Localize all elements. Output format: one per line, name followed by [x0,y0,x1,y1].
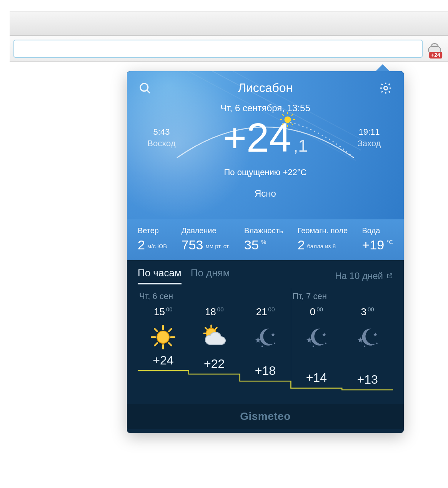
moon-icon [251,323,279,351]
forecast-cell: Чт, 6 сен1500+24 [138,291,189,404]
metrics-bar: Ветер 2м/с ЮВ Давление 753мм рт. ст. Вла… [127,219,404,260]
search-icon[interactable] [138,82,152,95]
sunset-time: 19:11 [346,126,392,138]
metric-humidity-unit: % [261,239,266,245]
sun-icon [149,323,177,351]
forecast-day-label: Пт, 7 сен [292,291,326,301]
forecast-hour: 2100 [256,306,275,318]
browser-toolbar: +24 [10,36,448,62]
svg-line-1 [147,90,150,93]
forecast-day-label: Чт, 6 сен [139,291,173,301]
forecast-cell: 300+13 [342,291,393,404]
metric-pressure-label: Давление [182,226,230,235]
moon-icon [354,323,381,351]
link-10-days[interactable]: На 10 дней [335,271,393,281]
sunrise-block: 5:43 Восход [138,126,185,149]
weather-extension-button[interactable]: +24 [426,39,445,58]
tab-hourly[interactable]: По часам [138,267,182,284]
forecast-cell: 2100+18 [240,291,291,404]
current-temperature: +24 ,1 [223,117,308,158]
metric-pressure: Давление 753мм рт. ст. [182,226,230,252]
tab-daily[interactable]: По дням [191,267,230,284]
browser-chrome: +24 [10,12,448,62]
sunset-label: Заход [346,138,392,149]
svg-line-11 [291,114,293,116]
popup-footer: Gismeteo [127,404,404,429]
sunrise-label: Восход [138,138,185,149]
popup-arrow [375,64,390,72]
metric-wind-unit: м/с ЮВ [147,243,167,249]
forecast-temp: +18 [255,364,276,378]
forecast-cell: 1800+22 [189,291,240,404]
metric-humidity: Влажность 35% [244,226,283,252]
metric-humidity-label: Влажность [244,226,283,235]
suncloud-icon [200,323,228,351]
forecast-temp: +24 [153,353,173,368]
metric-wind-value: 2 [138,237,145,252]
forecast-temp: +13 [357,373,378,387]
forecast-hour: 1500 [154,306,173,318]
sunset-block: 19:11 Заход [346,126,392,149]
metric-water-label: Вода [362,226,393,235]
svg-point-2 [384,86,387,90]
metric-geo: Геомагн. поле 2балла из 8 [298,226,348,252]
metric-water-unit: °C [386,239,393,245]
metric-water-value: +19 [362,237,384,252]
condition: Ясно [138,188,392,199]
hourly-forecast[interactable]: Чт, 6 сен1500+241800+222100+18Пт, 7 сен0… [127,284,404,404]
current-datetime: Чт, 6 сентября, 13:55 [138,103,392,114]
forecast-hour: 1800 [205,306,224,318]
brand-logo[interactable]: Gismeteo [240,410,291,423]
temp-decimal: ,1 [293,136,308,156]
weather-header: Лиссабон Чт, 6 сентября, 13:55 [127,71,404,219]
metric-geo-label: Геомагн. поле [298,226,348,235]
browser-tabbar [10,12,448,36]
svg-point-0 [140,83,148,91]
feels-like: По ощущению +22°C [138,167,392,177]
forecast-temp: +14 [306,371,327,385]
forecast-hour: 300 [361,306,374,318]
metric-geo-value: 2 [298,237,305,252]
city-name: Лиссабон [238,81,293,95]
forecast-hour: 000 [310,306,323,318]
metric-pressure-unit: мм рт. ст. [205,243,230,249]
metric-wind: Ветер 2м/с ЮВ [138,226,167,252]
address-bar[interactable] [13,40,423,58]
weather-popup: Лиссабон Чт, 6 сентября, 13:55 [127,71,404,433]
link-10-days-label: На 10 дней [335,271,383,281]
forecast-tabs: По часам По дням На 10 дней [127,260,404,284]
metric-pressure-value: 753 [182,237,203,252]
metric-geo-unit: балла из 8 [307,243,336,249]
sunrise-time: 5:43 [138,126,185,138]
moon-icon [303,323,330,351]
metric-humidity-value: 35 [244,237,259,252]
forecast-cell: Пт, 7 сен000+14 [291,291,342,404]
external-link-icon [386,272,393,279]
gear-icon[interactable] [379,82,392,95]
forecast-panel: По часам По дням На 10 дней Чт, 6 сен150… [127,260,404,429]
forecast-temp: +22 [204,357,225,371]
temp-integer: +24 [223,117,291,158]
weather-extension-badge: +24 [429,52,442,58]
metric-water: Вода +19°C [362,226,393,252]
metric-wind-label: Ветер [138,226,167,235]
